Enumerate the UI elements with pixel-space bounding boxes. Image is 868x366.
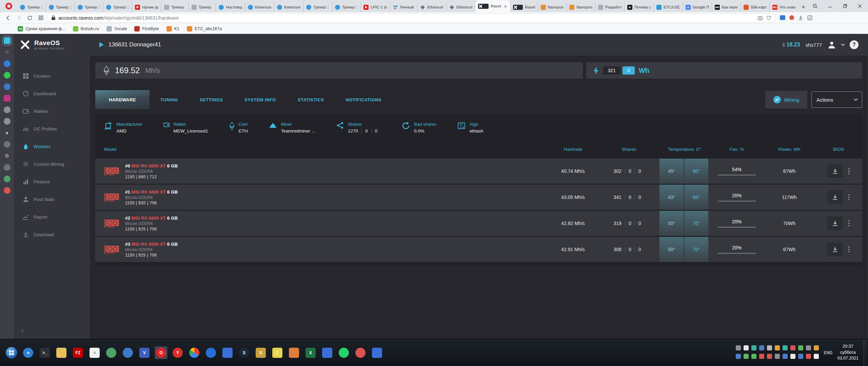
whatsapp-icon[interactable] bbox=[4, 72, 11, 79]
taskbar-opera-icon[interactable]: O bbox=[155, 347, 167, 359]
tray-icon-8[interactable] bbox=[759, 354, 764, 359]
gpu-row[interactable]: #3 MSI RX 5600 XT 6 GB Micron GDDR6 1150… bbox=[95, 237, 862, 262]
taskbar-yandex-browser-icon[interactable]: Y bbox=[172, 347, 184, 359]
bookmark-item[interactable]: FirstByte bbox=[134, 26, 159, 32]
taskbar-filezilla-icon[interactable]: FZ bbox=[72, 347, 84, 359]
taskbar-excel-icon[interactable]: X bbox=[304, 347, 317, 359]
opera-menu-button[interactable] bbox=[0, 0, 17, 12]
downloads-icon[interactable] bbox=[798, 15, 803, 20]
taskbar-clock[interactable]: 20:37 суббота 03.07.2021 bbox=[837, 344, 860, 362]
sidebar-item-pool-stats[interactable]: Pool Stats bbox=[14, 190, 90, 208]
taskbar-anydesk-icon[interactable] bbox=[354, 347, 367, 359]
browser-tab[interactable]: Разработ bbox=[595, 2, 624, 12]
vpn-badge-icon[interactable] bbox=[789, 15, 794, 20]
sidebar-item-dashboard[interactable]: Dashboard bbox=[14, 85, 90, 102]
bios-download-button[interactable] bbox=[827, 164, 843, 178]
vk-icon[interactable] bbox=[4, 83, 11, 90]
tab-system-info[interactable]: SYSTEM INFO bbox=[234, 90, 287, 109]
browser-tab[interactable]: Трекер :: bbox=[17, 2, 46, 12]
taskbar-chrome-icon[interactable] bbox=[188, 347, 200, 359]
taskbar-rdp-icon[interactable] bbox=[221, 347, 234, 359]
taskbar-orange-app-icon[interactable] bbox=[288, 347, 300, 359]
row-menu-button[interactable] bbox=[848, 246, 850, 252]
sidebar-item-report[interactable]: Report bbox=[14, 208, 90, 226]
flow-icon[interactable] bbox=[4, 164, 11, 171]
browser-tab[interactable]: SIM-карт bbox=[741, 2, 769, 12]
gpu-row[interactable]: #0 MSI RX 5600 XT 6 GB Micron GDDR6 1150… bbox=[95, 159, 862, 184]
taskbar-whatsapp-icon[interactable] bbox=[338, 347, 350, 359]
reload-button[interactable] bbox=[25, 13, 35, 23]
bookmark-item[interactable]: K1 bbox=[166, 26, 179, 32]
browser-tab[interactable]: Трекер :: bbox=[46, 2, 75, 12]
sidebar-item-finance[interactable]: Finance bbox=[14, 173, 90, 190]
browser-tab[interactable]: Nanopoo bbox=[566, 2, 595, 12]
new-tab-button[interactable]: + bbox=[798, 2, 808, 12]
browser-tab[interactable]: BW Как пере bbox=[712, 2, 741, 12]
taskbar-virtualbox-icon[interactable]: V bbox=[138, 347, 151, 359]
snapshot-camera-icon[interactable] bbox=[757, 16, 763, 20]
taskbar-thunderbird-icon[interactable] bbox=[205, 347, 217, 359]
tray-icon-4[interactable] bbox=[744, 354, 749, 359]
wallet-icon[interactable] bbox=[780, 15, 785, 20]
tray-icon-22[interactable] bbox=[814, 354, 819, 359]
taskbar-gold-app-icon[interactable]: S bbox=[255, 347, 267, 359]
tray-icon-16[interactable] bbox=[790, 354, 795, 359]
taskbar-media-app-icon[interactable] bbox=[371, 347, 383, 359]
browser-tab[interactable]: Трекер :: bbox=[75, 2, 103, 12]
browser-tab[interactable]: Ethereum bbox=[417, 2, 446, 12]
browser-tab[interactable]: Настоящ bbox=[216, 2, 245, 12]
taskbar-terminal-icon[interactable]: >_ bbox=[39, 347, 51, 359]
browser-tab[interactable]: Ж Почему р bbox=[624, 2, 653, 12]
browser-tab[interactable]: Личный bbox=[390, 2, 417, 12]
telegram-icon[interactable] bbox=[4, 118, 11, 125]
tray-icon-15[interactable] bbox=[790, 345, 795, 350]
mining-button[interactable]: Mining bbox=[765, 91, 807, 108]
sidebar-collapse-button[interactable]: ‹ bbox=[21, 327, 23, 334]
tray-icon-13[interactable] bbox=[783, 345, 788, 350]
tray-icon-10[interactable] bbox=[767, 354, 772, 359]
browser-tab[interactable]: Трекер bbox=[189, 2, 216, 12]
tray-icon-6[interactable] bbox=[751, 354, 756, 359]
bookmark-heart-icon[interactable] bbox=[766, 16, 771, 20]
help-button[interactable]: ? bbox=[850, 40, 859, 49]
sidebar-item-workers[interactable]: Workers bbox=[14, 138, 90, 155]
tray-icon-9[interactable] bbox=[767, 345, 772, 350]
taskbar-copy-tool-icon[interactable] bbox=[321, 347, 333, 359]
tab-statistics[interactable]: STATISTICS bbox=[287, 90, 335, 109]
settings-gear-icon[interactable]: ⚙ bbox=[4, 152, 11, 159]
row-menu-button[interactable] bbox=[848, 220, 850, 226]
tab-notifications[interactable]: NOTIFICATIONS bbox=[335, 90, 392, 109]
tray-icon-14[interactable] bbox=[783, 354, 788, 359]
language-indicator[interactable]: ENG bbox=[822, 350, 834, 355]
show-desktop-button[interactable] bbox=[863, 339, 867, 366]
browser-tab[interactable]: Трекер :: bbox=[303, 2, 332, 12]
tray-icon-5[interactable] bbox=[751, 345, 756, 350]
profile-icon[interactable] bbox=[4, 176, 11, 182]
gpu-row[interactable]: #2 MSI RX 5600 XT 6 GB Micron GDDR6 1150… bbox=[95, 211, 862, 236]
sidebar-item-oc-profiles[interactable]: OC Profiles bbox=[14, 120, 90, 138]
tray-icon-19[interactable] bbox=[806, 345, 811, 350]
tray-icon-2[interactable] bbox=[736, 354, 741, 359]
tab-tuning[interactable]: TUNING bbox=[150, 90, 189, 109]
row-menu-button[interactable] bbox=[848, 168, 850, 174]
user-avatar-icon[interactable] bbox=[827, 40, 836, 49]
vpn-shield-icon[interactable] bbox=[4, 187, 11, 194]
tray-icon-18[interactable] bbox=[798, 354, 803, 359]
raveos-logo[interactable]: RaveOS By Miners. For Miners bbox=[14, 34, 90, 56]
heart-icon[interactable]: ♥ bbox=[4, 129, 11, 136]
tab-hardware[interactable]: HARDWARE bbox=[95, 90, 150, 109]
balance[interactable]: $ 18.23 bbox=[782, 42, 800, 48]
actions-dropdown[interactable]: Actions bbox=[811, 92, 862, 108]
close-window-button[interactable] bbox=[853, 1, 867, 11]
tray-icon-17[interactable] bbox=[798, 345, 803, 350]
tray-icon-21[interactable] bbox=[814, 345, 819, 350]
account-chevron-icon[interactable] bbox=[841, 42, 845, 46]
browser-tab[interactable]: RaveOS bbox=[510, 2, 538, 12]
taskbar-notepad-icon[interactable]: ≡ bbox=[88, 347, 101, 359]
browser-tab[interactable]: MC Что ново bbox=[769, 2, 798, 12]
workspace-icon[interactable] bbox=[4, 37, 11, 44]
browser-tab[interactable]: Капитали bbox=[245, 2, 274, 12]
history-clock-icon[interactable] bbox=[4, 141, 11, 148]
sidebar-item-download[interactable]: Download bbox=[14, 226, 90, 243]
instagram-icon[interactable] bbox=[4, 95, 11, 102]
